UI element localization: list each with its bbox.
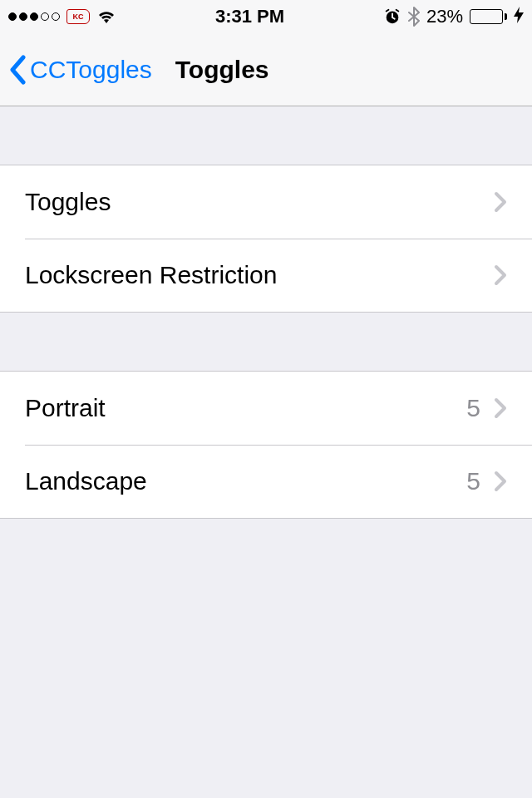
cell-label: Toggles — [25, 188, 494, 216]
back-button[interactable]: CCToggles — [8, 55, 152, 85]
cell-portrait[interactable]: Portrait 5 — [0, 372, 532, 445]
section-spacer — [0, 106, 532, 165]
cell-landscape[interactable]: Landscape 5 — [0, 445, 532, 518]
cell-toggles[interactable]: Toggles — [0, 165, 532, 239]
settings-group-1: Toggles Lockscreen Restriction — [0, 165, 532, 313]
chevron-left-icon — [8, 55, 27, 85]
status-right: 23% — [383, 6, 524, 27]
battery-icon — [470, 9, 507, 24]
battery-percent: 23% — [426, 6, 463, 27]
charging-icon — [514, 7, 524, 27]
chevron-right-icon — [494, 191, 507, 213]
back-label: CCToggles — [30, 56, 152, 84]
wifi-icon — [96, 8, 116, 25]
cell-label: Landscape — [25, 467, 466, 495]
status-bar: KC 3:31 PM 23% — [0, 0, 532, 33]
page-title: Toggles — [175, 56, 269, 84]
cell-label: Portrait — [25, 394, 466, 422]
navigation-bar: CCToggles Toggles — [0, 33, 532, 106]
chevron-right-icon — [494, 470, 507, 492]
cell-lockscreen-restriction[interactable]: Lockscreen Restriction — [0, 239, 532, 312]
carrier-logo-icon: KC — [66, 9, 90, 24]
chevron-right-icon — [494, 397, 507, 419]
status-time: 3:31 PM — [215, 6, 284, 27]
cell-value: 5 — [466, 467, 480, 495]
bluetooth-icon — [408, 7, 420, 27]
alarm-icon — [383, 7, 401, 26]
cell-label: Lockscreen Restriction — [25, 261, 494, 289]
cell-value: 5 — [466, 394, 480, 422]
status-left: KC — [8, 8, 116, 25]
settings-group-2: Portrait 5 Landscape 5 — [0, 371, 532, 519]
section-spacer — [0, 313, 532, 371]
signal-strength-icon — [8, 12, 60, 21]
chevron-right-icon — [494, 264, 507, 286]
